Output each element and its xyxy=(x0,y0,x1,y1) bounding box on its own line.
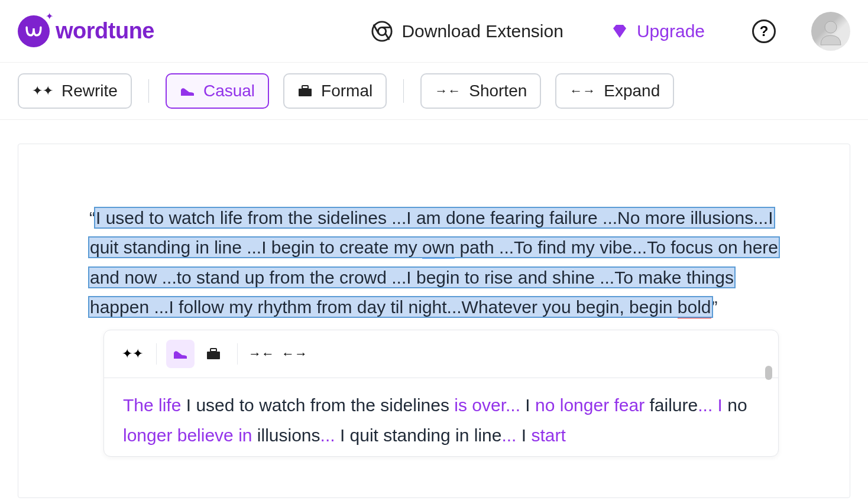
sparkle-icon: ✦ xyxy=(46,11,53,22)
shoe-icon xyxy=(173,348,188,360)
download-label: Download Extension xyxy=(401,21,563,41)
expand-button[interactable]: ←→ Expand xyxy=(555,73,674,109)
sparkle-icon: ✦✦ xyxy=(122,346,143,362)
briefcase-icon xyxy=(297,84,313,97)
briefcase-icon xyxy=(206,347,221,360)
rewrite-icon-button[interactable]: ✦✦ xyxy=(118,340,147,368)
casual-label: Casual xyxy=(203,82,255,100)
shoe-icon xyxy=(180,85,195,97)
canvas-wrap: “I used to watch life from the sidelines… xyxy=(0,120,868,498)
avatar-icon xyxy=(816,17,846,46)
close-quote: ” xyxy=(712,297,718,317)
spell-bold: bold xyxy=(678,297,711,318)
app-header: ✦ wordtune Download Extension Upgrade ? xyxy=(0,0,868,63)
logo-badge-icon: ✦ xyxy=(18,15,50,47)
expand-icon: ←→ xyxy=(281,346,307,362)
header-actions: Download Extension Upgrade ? xyxy=(371,12,850,51)
help-button[interactable]: ? xyxy=(752,19,776,43)
shorten-icon: →← xyxy=(248,346,274,362)
divider xyxy=(237,343,238,365)
casual-icon-button[interactable] xyxy=(166,340,195,368)
spell-own: own xyxy=(422,238,455,259)
svg-point-2 xyxy=(825,21,837,33)
rewrite-button[interactable]: ✦✦ Rewrite xyxy=(18,73,132,109)
editor-text[interactable]: “I used to watch life from the sidelines… xyxy=(89,203,779,323)
selected-text: I used to watch life from the sidelines … xyxy=(89,208,779,317)
help-icon: ? xyxy=(760,23,769,40)
rewrite-label: Rewrite xyxy=(61,82,118,100)
svg-rect-5 xyxy=(207,352,220,359)
shorten-icon: →← xyxy=(435,83,461,99)
svg-rect-6 xyxy=(210,349,216,352)
expand-icon: ←→ xyxy=(569,83,595,99)
expand-icon-button[interactable]: ←→ xyxy=(280,340,309,368)
svg-rect-3 xyxy=(299,89,312,96)
editor-canvas: “I used to watch life from the sidelines… xyxy=(18,144,850,498)
diamond-icon xyxy=(611,22,629,40)
shorten-icon-button[interactable]: →← xyxy=(247,340,276,368)
formal-icon-button[interactable] xyxy=(199,340,228,368)
sparkle-icon: ✦✦ xyxy=(32,83,53,99)
upgrade-label: Upgrade xyxy=(637,21,705,41)
rewrite-toolbar: ✦✦ Rewrite Casual Formal →← Shorten ←→ E… xyxy=(0,63,868,120)
suggestion-toolbar: ✦✦ →← ←→ xyxy=(104,330,778,378)
divider xyxy=(156,343,157,365)
shorten-label: Shorten xyxy=(469,82,527,100)
scrollbar-thumb[interactable] xyxy=(765,366,772,380)
brand-name: wordtune xyxy=(56,18,154,44)
upgrade-link[interactable]: Upgrade xyxy=(611,21,705,41)
download-extension-link[interactable]: Download Extension xyxy=(371,20,563,43)
avatar[interactable] xyxy=(811,12,850,51)
casual-button[interactable]: Casual xyxy=(166,73,269,109)
suggestion-panel: ✦✦ →← ←→ The life I used to watch from t… xyxy=(103,330,779,457)
divider xyxy=(148,79,149,103)
svg-rect-4 xyxy=(302,86,308,89)
formal-button[interactable]: Formal xyxy=(283,73,387,109)
expand-label: Expand xyxy=(604,82,660,100)
shorten-button[interactable]: →← Shorten xyxy=(420,73,541,109)
suggestion-text[interactable]: The life I used to watch from the sideli… xyxy=(104,378,778,456)
logo[interactable]: ✦ wordtune xyxy=(18,15,154,47)
open-quote: “ xyxy=(89,208,95,227)
formal-label: Formal xyxy=(321,82,373,100)
divider xyxy=(403,79,404,103)
chrome-icon xyxy=(371,20,393,43)
